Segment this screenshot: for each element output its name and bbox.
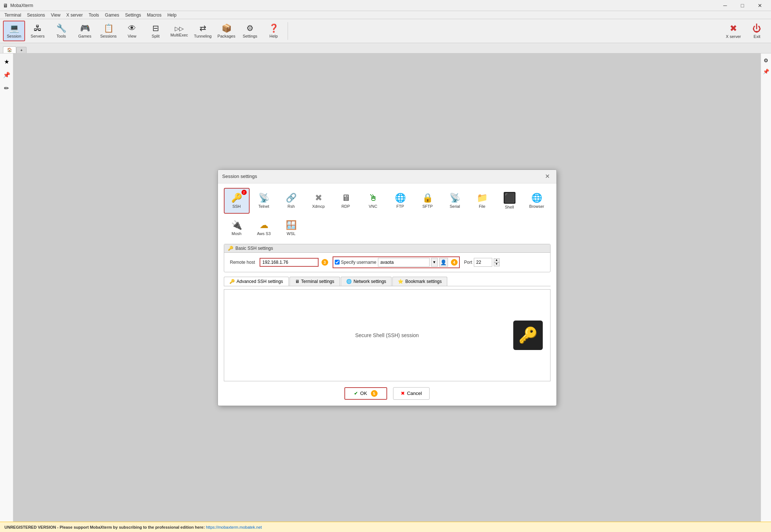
remote-host-input[interactable] bbox=[260, 258, 319, 267]
toolbar-servers-button[interactable]: 🖧 Servers bbox=[27, 21, 49, 41]
xdmcp-label: Xdmcp bbox=[312, 204, 324, 209]
awss3-icon: ☁ bbox=[260, 220, 268, 230]
toolbar: 💻 Session 🖧 Servers 🔧 Tools 🎮 Games 📋 Se… bbox=[0, 19, 771, 43]
session-tab-serial[interactable]: 📡 Serial bbox=[442, 188, 468, 214]
settings-icon: ⚙ bbox=[246, 24, 254, 33]
toolbar-xserver-button[interactable]: ✖ X server bbox=[722, 21, 744, 41]
menu-games[interactable]: Games bbox=[102, 12, 122, 18]
new-tab-icon: + bbox=[20, 48, 22, 52]
bookmark-settings-label: Bookmark settings bbox=[405, 279, 442, 284]
sidebar-edit-button[interactable]: ✏ bbox=[1, 83, 12, 93]
toolbar-games-button[interactable]: 🎮 Games bbox=[74, 21, 96, 41]
remote-host-group: 3 bbox=[260, 258, 328, 267]
session-tab-rdp[interactable]: 🖥 RDP bbox=[333, 188, 359, 214]
port-spin-down[interactable]: ▼ bbox=[494, 262, 500, 266]
toolbar-settings-button[interactable]: ⚙ Settings bbox=[239, 21, 261, 41]
cancel-button[interactable]: ✖ Cancel bbox=[393, 387, 430, 400]
toolbar-split-button[interactable]: ⊟ Split bbox=[145, 21, 167, 41]
ssh-label: SSH bbox=[232, 204, 241, 209]
port-spinner: ▲ ▼ bbox=[494, 258, 500, 266]
dialog-close-button[interactable]: ✕ bbox=[543, 172, 552, 181]
session-tab-sftp[interactable]: 🔒 SFTP bbox=[415, 188, 441, 214]
session-tab-shell[interactable]: ⬛ Shell bbox=[497, 188, 522, 214]
session-tab-rsh[interactable]: 🔗 Rsh bbox=[278, 188, 304, 214]
session-tab-browser[interactable]: 🌐 Browser bbox=[524, 188, 550, 214]
wsl-icon: 🪟 bbox=[286, 220, 297, 230]
adv-tab-bookmark[interactable]: ⭐ Bookmark settings bbox=[392, 277, 447, 286]
session-tab-ssh[interactable]: 🔑 SSH 2 bbox=[224, 188, 250, 214]
maximize-button[interactable]: □ bbox=[734, 0, 751, 11]
ok-button[interactable]: ✔ OK 5 bbox=[344, 387, 387, 400]
xdmcp-icon: ✖ bbox=[315, 193, 322, 203]
xserver-label: X server bbox=[726, 34, 741, 39]
status-link[interactable]: https://mobaxterm.mobatek.net bbox=[206, 525, 262, 529]
menu-terminal[interactable]: Terminal bbox=[1, 12, 24, 18]
rdp-label: RDP bbox=[341, 204, 350, 209]
right-sidebar-pin-button[interactable]: 📌 bbox=[762, 67, 770, 76]
mosh-icon: 🔌 bbox=[231, 220, 242, 230]
session-tab-file[interactable]: 📁 File bbox=[469, 188, 495, 214]
multiexec-label: MultiExec bbox=[170, 33, 188, 37]
star-icon: ★ bbox=[4, 58, 9, 65]
sidebar-pin-button[interactable]: 📌 bbox=[1, 70, 12, 80]
ssh-icon: 🔑 bbox=[231, 193, 242, 203]
toolbar-packages-button[interactable]: 📦 Packages bbox=[215, 21, 237, 41]
toolbar-tools-button[interactable]: 🔧 Tools bbox=[50, 21, 72, 41]
remote-host-label: Remote host bbox=[230, 260, 255, 265]
pin-icon: 📌 bbox=[3, 71, 10, 78]
port-spin-up[interactable]: ▲ bbox=[494, 258, 500, 262]
mosh-label: Mosh bbox=[232, 231, 242, 236]
main-area: ★ 📌 ✏ Session settings ✕ 🔑 bbox=[0, 53, 771, 522]
menu-tools[interactable]: Tools bbox=[86, 12, 102, 18]
toolbar-view-button[interactable]: 👁 View bbox=[121, 21, 143, 41]
adv-tab-network[interactable]: 🌐 Network settings bbox=[341, 277, 392, 286]
sidebar-favorites-button[interactable]: ★ bbox=[1, 56, 12, 67]
session-tab-telnet[interactable]: 📡 Telnet bbox=[251, 188, 277, 214]
games-icon: 🎮 bbox=[80, 24, 90, 33]
port-input[interactable] bbox=[474, 258, 492, 267]
username-user-button[interactable]: 👤 bbox=[439, 258, 448, 267]
toolbar-session-button[interactable]: 💻 Session bbox=[3, 21, 25, 41]
menu-macros[interactable]: Macros bbox=[144, 12, 164, 18]
menu-xserver[interactable]: X server bbox=[63, 12, 86, 18]
session-tab-awss3[interactable]: ☁ Aws S3 bbox=[251, 215, 277, 241]
right-sidebar: ⚙ 📌 bbox=[761, 53, 771, 522]
view-icon: 👁 bbox=[128, 24, 136, 33]
menu-view[interactable]: View bbox=[48, 12, 63, 18]
session-tab-ftp[interactable]: 🌐 FTP bbox=[388, 188, 413, 214]
close-button[interactable]: ✕ bbox=[751, 0, 768, 11]
cancel-x-icon: ✖ bbox=[401, 391, 405, 396]
right-pin-icon: 📌 bbox=[763, 69, 769, 74]
menu-settings[interactable]: Settings bbox=[122, 12, 144, 18]
toolbar-separator bbox=[288, 22, 288, 40]
specify-username-label: Specify username bbox=[341, 260, 376, 265]
session-tab-mosh[interactable]: 🔌 Mosh bbox=[224, 215, 250, 241]
tab-home[interactable]: 🏠 bbox=[3, 46, 16, 53]
app-icon: 🖥 bbox=[3, 3, 8, 8]
minimize-button[interactable]: ─ bbox=[717, 0, 733, 11]
toolbar-tunneling-button[interactable]: ⇄ Tunneling bbox=[192, 21, 214, 41]
specify-username-checkbox[interactable] bbox=[335, 260, 340, 265]
adv-tab-terminal[interactable]: 🖥 Terminal settings bbox=[289, 277, 340, 286]
session-tab-wsl[interactable]: 🪟 WSL bbox=[278, 215, 304, 241]
toolbar-exit-button[interactable]: ⏻ Exit bbox=[746, 21, 768, 41]
username-dropdown-button[interactable]: ▼ bbox=[431, 258, 438, 267]
adv-tab-advanced-ssh[interactable]: 🔑 Advanced SSH settings bbox=[224, 277, 289, 286]
username-input[interactable] bbox=[378, 258, 430, 267]
session-tab-vnc[interactable]: 🖱 VNC bbox=[360, 188, 386, 214]
terminal-settings-icon: 🖥 bbox=[295, 279, 299, 284]
network-settings-label: Network settings bbox=[354, 279, 386, 284]
toolbar-sessions-list-button[interactable]: 📋 Sessions bbox=[97, 21, 119, 41]
menu-sessions[interactable]: Sessions bbox=[24, 12, 48, 18]
session-icon: 💻 bbox=[9, 24, 19, 33]
toolbar-multiexec-button[interactable]: ▷▷ MultiExec bbox=[168, 21, 190, 41]
session-tab-xdmcp[interactable]: ✖ Xdmcp bbox=[306, 188, 331, 214]
tab-new[interactable]: + bbox=[16, 47, 27, 53]
rdp-icon: 🖥 bbox=[341, 193, 350, 203]
ok-step-badge: 5 bbox=[371, 390, 378, 397]
sftp-label: SFTP bbox=[422, 204, 433, 209]
toolbar-help-button[interactable]: ❓ Help bbox=[263, 21, 285, 41]
right-sidebar-settings-button[interactable]: ⚙ bbox=[762, 56, 770, 64]
menu-help[interactable]: Help bbox=[164, 12, 180, 18]
modal-overlay: Session settings ✕ 🔑 SSH 2 📡 Telnet bbox=[13, 53, 761, 522]
